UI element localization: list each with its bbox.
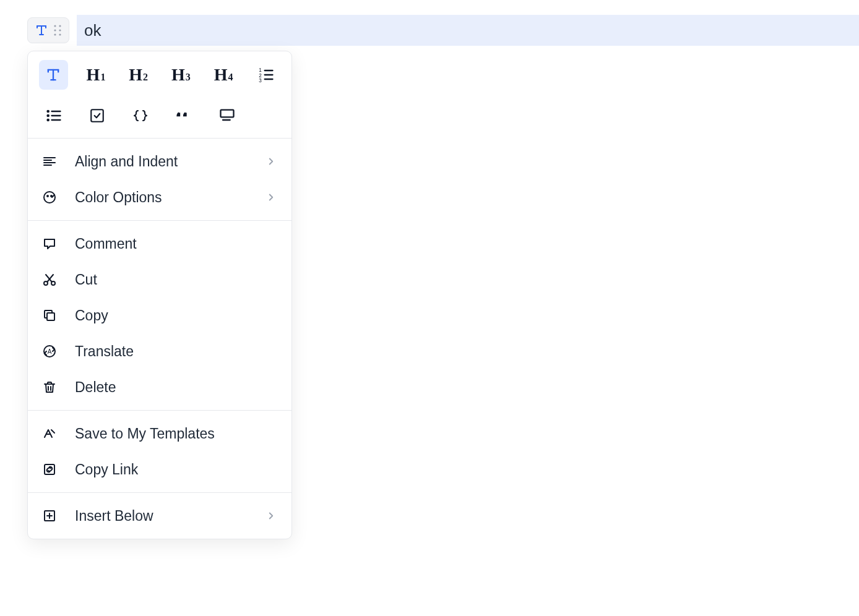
format-h3-button[interactable]: H3 xyxy=(166,60,196,90)
svg-rect-12 xyxy=(91,109,103,122)
format-h4-button[interactable]: H4 xyxy=(209,60,238,90)
svg-point-11 xyxy=(48,119,49,121)
svg-text:A: A xyxy=(48,348,52,355)
svg-rect-13 xyxy=(221,110,234,118)
svg-point-9 xyxy=(48,111,49,112)
save-template-label: Save to My Templates xyxy=(75,426,277,442)
format-h2-button[interactable]: H2 xyxy=(124,60,153,90)
svg-point-14 xyxy=(44,192,55,203)
svg-point-1 xyxy=(59,25,61,27)
chevron-right-icon xyxy=(265,156,277,167)
align-left-icon xyxy=(41,153,58,169)
menu-section-format: Align and Indent Color Options xyxy=(28,139,291,220)
trash-icon xyxy=(41,379,58,395)
comment-item[interactable]: Comment xyxy=(28,226,291,262)
scissors-icon xyxy=(41,272,58,288)
svg-rect-22 xyxy=(45,464,54,474)
svg-point-15 xyxy=(47,195,48,197)
plus-box-icon xyxy=(41,508,58,524)
comment-label: Comment xyxy=(75,236,277,252)
palette-icon xyxy=(41,189,58,205)
translate-label: Translate xyxy=(75,343,277,360)
align-indent-item[interactable]: Align and Indent xyxy=(28,143,291,179)
translate-icon: A xyxy=(41,343,58,359)
format-callout-button[interactable] xyxy=(212,101,242,130)
translate-item[interactable]: A Translate xyxy=(28,333,291,369)
copy-label: Copy xyxy=(75,307,277,324)
menu-section-actions: Comment Cut Copy A Translate Delete xyxy=(28,221,291,410)
format-bullet-list-button[interactable] xyxy=(39,101,69,130)
svg-rect-19 xyxy=(47,313,54,320)
text-type-icon xyxy=(33,22,50,39)
svg-point-0 xyxy=(54,25,56,27)
menu-section-share: Save to My Templates Copy Link xyxy=(28,411,291,492)
color-options-item[interactable]: Color Options xyxy=(28,179,291,215)
format-quote-button[interactable] xyxy=(169,101,199,130)
link-icon xyxy=(41,461,58,477)
insert-below-item[interactable]: Insert Below xyxy=(28,498,291,534)
svg-point-10 xyxy=(48,115,49,116)
cut-item[interactable]: Cut xyxy=(28,262,291,297)
svg-text:3: 3 xyxy=(259,78,262,83)
copy-item[interactable]: Copy xyxy=(28,297,291,333)
chevron-right-icon xyxy=(265,192,277,203)
format-text-button[interactable] xyxy=(39,60,68,90)
delete-item[interactable]: Delete xyxy=(28,369,291,405)
svg-point-2 xyxy=(54,29,56,31)
svg-point-16 xyxy=(51,195,52,197)
svg-point-5 xyxy=(59,33,61,35)
cut-label: Cut xyxy=(75,272,277,288)
text-block-row: ok xyxy=(27,15,859,46)
format-options: H1 H2 H3 H4 1 2 3 xyxy=(28,51,291,138)
format-checklist-button[interactable] xyxy=(82,101,112,130)
block-handle[interactable] xyxy=(27,17,69,43)
color-options-label: Color Options xyxy=(75,189,248,206)
format-ordered-list-button[interactable]: 1 2 3 xyxy=(251,60,280,90)
format-code-button[interactable] xyxy=(126,101,155,130)
delete-label: Delete xyxy=(75,379,277,396)
align-indent-label: Align and Indent xyxy=(75,153,248,170)
svg-point-3 xyxy=(59,29,61,31)
svg-point-4 xyxy=(54,33,56,35)
copy-icon xyxy=(41,307,58,323)
format-row-1: H1 H2 H3 H4 1 2 3 xyxy=(39,60,280,90)
format-row-2 xyxy=(39,101,280,130)
save-template-item[interactable]: Save to My Templates xyxy=(28,416,291,451)
template-icon xyxy=(41,426,58,442)
format-h1-button[interactable]: H1 xyxy=(82,60,111,90)
copy-link-label: Copy Link xyxy=(75,461,277,478)
copy-link-item[interactable]: Copy Link xyxy=(28,451,291,487)
chevron-right-icon xyxy=(265,510,277,521)
text-block-content[interactable]: ok xyxy=(77,15,859,46)
insert-below-label: Insert Below xyxy=(75,508,248,524)
block-context-menu: H1 H2 H3 H4 1 2 3 xyxy=(27,51,292,539)
comment-icon xyxy=(41,236,58,252)
menu-section-insert: Insert Below xyxy=(28,493,291,539)
drag-handle-icon[interactable] xyxy=(51,22,64,39)
